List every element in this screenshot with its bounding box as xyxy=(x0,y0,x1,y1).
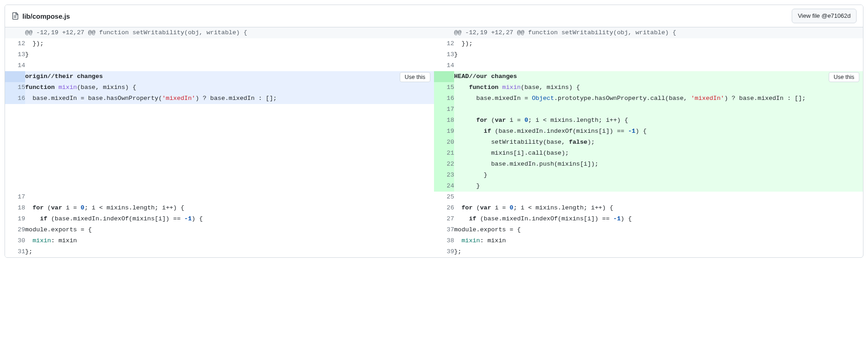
code-left: }); xyxy=(25,38,434,49)
line-number-left[interactable]: 18 xyxy=(5,203,25,214)
line-number-right[interactable]: 27 xyxy=(434,214,454,224)
line-number-right[interactable]: 14 xyxy=(434,60,454,71)
hunk-header-row: @@ -12,19 +12,27 @@ function setWritabil… xyxy=(5,27,863,38)
line-number-right[interactable]: 22 xyxy=(434,159,454,170)
code-left: mixin: mixin xyxy=(25,235,434,246)
code-right: function mixin(base, mixins) { xyxy=(454,82,863,93)
context-row: 13}13} xyxy=(5,49,863,60)
code-left xyxy=(25,126,434,137)
code-right: } xyxy=(454,181,863,192)
conflict-row: 21 mixins[i].call(base); xyxy=(5,148,863,159)
code-left xyxy=(25,181,434,192)
line-number-left xyxy=(5,71,25,82)
code-right: base.mixedIn = Object.prototype.hasOwnPr… xyxy=(454,93,863,104)
line-number-right[interactable]: 15 xyxy=(434,82,454,93)
line-number-right[interactable]: 38 xyxy=(434,235,454,246)
code-right: module.exports = { xyxy=(454,224,863,235)
conflict-row: 22 base.mixedIn.push(mixins[i]); xyxy=(5,159,863,170)
line-number-right[interactable]: 12 xyxy=(434,38,454,49)
file-icon xyxy=(11,12,19,20)
code-left xyxy=(25,192,434,203)
line-number-right[interactable]: 24 xyxy=(434,181,454,192)
code-right: for (var i = 0; i < mixins.length; i++) … xyxy=(454,115,863,126)
code-right: mixin: mixin xyxy=(454,235,863,246)
context-row: 30 mixin: mixin38 mixin: mixin xyxy=(5,235,863,246)
file-header: lib/compose.js View file @e71062d xyxy=(5,5,863,27)
line-number-right xyxy=(434,27,454,38)
line-number-right xyxy=(434,71,454,82)
line-number-left[interactable]: 17 xyxy=(5,192,25,203)
conflict-row: 23 } xyxy=(5,170,863,181)
line-number-left xyxy=(5,159,25,170)
line-number-left[interactable]: 15 xyxy=(5,82,25,93)
code-left: if (base.mixedIn.indexOf(mixins[i]) == -… xyxy=(25,214,434,224)
conflict-row: 20 setWritability(base, false); xyxy=(5,137,863,148)
line-number-right[interactable]: 16 xyxy=(434,93,454,104)
line-number-right[interactable]: 13 xyxy=(434,49,454,60)
line-number-left xyxy=(5,104,25,115)
line-number-right[interactable]: 18 xyxy=(434,115,454,126)
code-right: } xyxy=(454,170,863,181)
line-number-right[interactable]: 19 xyxy=(434,126,454,137)
file-path[interactable]: lib/compose.js xyxy=(22,12,70,20)
code-right: setWritability(base, false); xyxy=(454,137,863,148)
code-right: mixins[i].call(base); xyxy=(454,148,863,159)
context-row: 1725 xyxy=(5,192,863,203)
use-this-ours-button[interactable]: Use this xyxy=(400,72,430,82)
code-right xyxy=(454,104,863,115)
code-left xyxy=(25,115,434,126)
line-number-right[interactable]: 20 xyxy=(434,137,454,148)
line-number-left[interactable]: 13 xyxy=(5,49,25,60)
line-number-left xyxy=(5,27,25,38)
context-row: 19 if (base.mixedIn.indexOf(mixins[i]) =… xyxy=(5,214,863,224)
code-right: for (var i = 0; i < mixins.length; i++) … xyxy=(454,203,863,214)
line-number-left xyxy=(5,148,25,159)
view-file-button[interactable]: View file @e71062d xyxy=(792,9,857,23)
line-number-left[interactable]: 29 xyxy=(5,224,25,235)
line-number-left xyxy=(5,126,25,137)
conflict-row: 19 if (base.mixedIn.indexOf(mixins[i]) =… xyxy=(5,126,863,137)
line-number-left[interactable]: 31 xyxy=(5,246,25,257)
code-left: module.exports = { xyxy=(25,224,434,235)
code-left xyxy=(25,159,434,170)
line-number-right[interactable]: 23 xyxy=(434,170,454,181)
conflict-row: 18 for (var i = 0; i < mixins.length; i+… xyxy=(5,115,863,126)
code-left: for (var i = 0; i < mixins.length; i++) … xyxy=(25,203,434,214)
line-number-left[interactable]: 14 xyxy=(5,60,25,71)
line-number-right[interactable]: 25 xyxy=(434,192,454,203)
use-this-theirs-button[interactable]: Use this xyxy=(829,72,859,82)
line-number-left[interactable]: 19 xyxy=(5,214,25,224)
file-header-left: lib/compose.js xyxy=(11,12,70,20)
line-number-left xyxy=(5,170,25,181)
conflict-row: 24 } xyxy=(5,181,863,192)
line-number-left[interactable]: 16 xyxy=(5,93,25,104)
line-number-right[interactable]: 21 xyxy=(434,148,454,159)
code-right: if (base.mixedIn.indexOf(mixins[i]) == -… xyxy=(454,126,863,137)
code-left xyxy=(25,170,434,181)
conflict-row: 17 xyxy=(5,104,863,115)
code-right xyxy=(454,192,863,203)
code-right xyxy=(454,60,863,71)
context-row: 29module.exports = {37module.exports = { xyxy=(5,224,863,235)
line-number-left[interactable]: 12 xyxy=(5,38,25,49)
conflict-theirs-label: HEAD//our changesUse this xyxy=(454,71,863,82)
line-number-right[interactable]: 39 xyxy=(434,246,454,257)
conflict-header-row: origin//their changesUse thisHEAD//our c… xyxy=(5,71,863,82)
line-number-left[interactable]: 30 xyxy=(5,235,25,246)
code-left: }; xyxy=(25,246,434,257)
context-row: 31};39}; xyxy=(5,246,863,257)
code-right: }; xyxy=(454,246,863,257)
code-left xyxy=(25,137,434,148)
line-number-right[interactable]: 26 xyxy=(434,203,454,214)
code-right: }); xyxy=(454,38,863,49)
code-right: if (base.mixedIn.indexOf(mixins[i]) == -… xyxy=(454,214,863,224)
conflict-row: 15function mixin(base, mixins) {15 funct… xyxy=(5,82,863,93)
line-number-left xyxy=(5,137,25,148)
context-row: 1414 xyxy=(5,60,863,71)
line-number-right[interactable]: 17 xyxy=(434,104,454,115)
conflict-row: 16 base.mixedIn = base.hasOwnProperty('m… xyxy=(5,93,863,104)
conflict-ours-label: origin//their changesUse this xyxy=(25,71,434,82)
hunk-header-right: @@ -12,19 +12,27 @@ function setWritabil… xyxy=(454,27,863,38)
line-number-right[interactable]: 37 xyxy=(434,224,454,235)
code-left: } xyxy=(25,49,434,60)
